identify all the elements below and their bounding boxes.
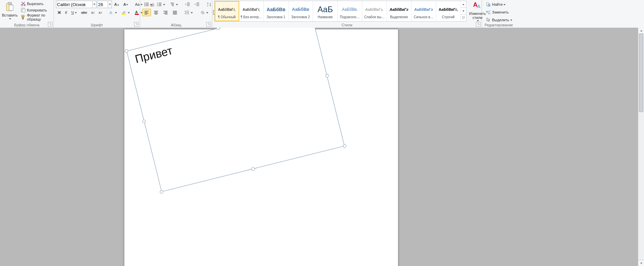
scroll-down-button[interactable] bbox=[638, 260, 644, 266]
cut-button[interactable]: Вырезать bbox=[19, 1, 52, 7]
chevron-down-icon bbox=[477, 20, 479, 22]
group-editing: Найти abac Заменить Выделить Редактирова… bbox=[482, 0, 516, 28]
line-spacing-button[interactable] bbox=[183, 9, 195, 16]
text-effects-button[interactable]: A bbox=[107, 9, 119, 16]
select-icon bbox=[486, 17, 491, 23]
chevron-down-icon[interactable] bbox=[92, 1, 96, 7]
gallery-expand[interactable] bbox=[461, 15, 466, 21]
styles-launcher[interactable]: ↘ bbox=[476, 22, 481, 27]
style-item-p-h2[interactable]: АаБбВвЗаголовок 2 bbox=[288, 1, 313, 21]
style-item-p-normal[interactable]: АаБбВвГг,¶ Обычный bbox=[215, 1, 239, 21]
chevron-down-icon bbox=[163, 3, 165, 6]
decrease-indent-button[interactable] bbox=[183, 1, 192, 8]
replace-button[interactable]: abac Заменить bbox=[484, 8, 514, 16]
clipboard-launcher[interactable]: ↘ bbox=[48, 22, 53, 27]
align-right-icon bbox=[163, 10, 168, 15]
font-name-combo[interactable] bbox=[56, 1, 96, 8]
scroll-up-button[interactable] bbox=[638, 28, 644, 34]
subscript-button[interactable]: x2 bbox=[90, 9, 96, 16]
align-justify-button[interactable] bbox=[171, 9, 179, 16]
font-launcher[interactable]: ↘ bbox=[134, 22, 139, 27]
copy-label: Копировать bbox=[27, 8, 47, 12]
style-item-p-strong[interactable]: АаБбВвГгСильное в… bbox=[411, 1, 436, 21]
group-label-font: Шрифт bbox=[54, 23, 140, 27]
workspace[interactable]: Привет bbox=[0, 28, 638, 266]
underline-button[interactable]: Ч bbox=[69, 9, 79, 16]
paragraph-launcher[interactable]: ↘ bbox=[206, 22, 211, 27]
replace-label: Заменить bbox=[492, 10, 509, 14]
align-center-button[interactable] bbox=[152, 9, 160, 16]
format-painter-button[interactable]: Формат по образцу bbox=[19, 14, 52, 21]
vertical-scrollbar[interactable] bbox=[638, 28, 644, 266]
gallery-scroll-up[interactable] bbox=[461, 1, 466, 8]
numbered-list-button[interactable]: 123 bbox=[155, 1, 167, 8]
style-preview: АаБбВв. bbox=[342, 4, 358, 15]
svg-rect-13 bbox=[135, 14, 139, 15]
svg-rect-11 bbox=[122, 14, 126, 15]
highlight-icon bbox=[121, 10, 127, 15]
paste-button[interactable]: Вставить bbox=[2, 1, 18, 21]
chevron-down-icon bbox=[503, 3, 506, 6]
align-left-button[interactable] bbox=[142, 9, 151, 16]
style-item-p-emph[interactable]: АаБбВвГгВыделение bbox=[387, 1, 411, 21]
bold-button[interactable]: Ж bbox=[56, 9, 63, 16]
line-spacing-icon bbox=[184, 10, 190, 15]
group-font: A▲ A▼ Aa Ж К Ч abc x2 x2 bbox=[54, 0, 140, 28]
style-name: Подзаголо… bbox=[338, 15, 362, 19]
style-item-p-sub[interactable]: АаБбВв.Подзаголо… bbox=[338, 1, 362, 21]
svg-rect-6 bbox=[22, 9, 25, 12]
shading-button[interactable] bbox=[198, 9, 210, 16]
group-paragraph: 123 AZ ¶ bbox=[140, 0, 212, 28]
bullet-list-button[interactable] bbox=[142, 1, 154, 8]
strike-button[interactable]: abc bbox=[80, 9, 89, 16]
font-color-icon: A bbox=[134, 10, 140, 15]
textbox-frame[interactable]: Привет bbox=[126, 28, 344, 192]
svg-text:3: 3 bbox=[157, 5, 158, 7]
superscript-button[interactable]: x2 bbox=[97, 9, 103, 16]
svg-point-22 bbox=[204, 13, 205, 14]
align-right-button[interactable] bbox=[161, 9, 170, 16]
select-label: Выделить bbox=[492, 18, 509, 22]
increase-indent-button[interactable] bbox=[193, 1, 202, 8]
multilevel-list-button[interactable] bbox=[168, 1, 180, 8]
numbers-icon: 123 bbox=[157, 2, 162, 7]
select-button[interactable]: Выделить bbox=[484, 16, 514, 24]
style-name: Слабое вы… bbox=[362, 15, 387, 19]
chevron-down-icon[interactable] bbox=[108, 1, 112, 7]
indent-icon bbox=[194, 2, 200, 7]
bullets-icon bbox=[144, 2, 149, 7]
style-preview: АаБбВвГг, bbox=[365, 4, 384, 15]
style-preview: АаБбВвГг bbox=[390, 4, 408, 15]
font-size-input[interactable] bbox=[97, 1, 107, 8]
style-item-p-normal[interactable]: АаБбВвГг,¶ Без интер… bbox=[239, 1, 264, 21]
copy-button[interactable]: Копировать bbox=[19, 7, 52, 13]
page[interactable]: Привет bbox=[124, 29, 398, 266]
find-button[interactable]: Найти bbox=[484, 1, 514, 8]
highlight-button[interactable] bbox=[120, 9, 132, 16]
style-name: Заголовок 1 bbox=[264, 15, 288, 19]
style-item-p-weak[interactable]: АаБбВвГг,Слабое вы… bbox=[362, 1, 387, 21]
gallery-scroll-down[interactable] bbox=[461, 8, 466, 15]
style-gallery-more[interactable] bbox=[461, 1, 466, 21]
shrink-font-button[interactable]: A▼ bbox=[122, 1, 130, 8]
font-name-input[interactable] bbox=[56, 1, 91, 8]
style-gallery[interactable]: АаБбВвГг,¶ ОбычныйАаБбВвГг,¶ Без интер…А… bbox=[214, 1, 466, 22]
textbox-shape[interactable]: Привет bbox=[126, 28, 344, 192]
style-item-p-h1[interactable]: АаБбВвЗаголовок 1 bbox=[264, 1, 288, 21]
scroll-thumb[interactable] bbox=[639, 34, 643, 112]
style-name: Название bbox=[313, 15, 337, 19]
grow-font-button[interactable]: A▲ bbox=[113, 1, 121, 8]
resize-handle-se[interactable] bbox=[343, 144, 347, 148]
svg-rect-8 bbox=[22, 17, 24, 19]
style-item-p-title[interactable]: АаБНазвание bbox=[313, 1, 338, 21]
italic-button[interactable]: К bbox=[63, 9, 69, 16]
brush-icon bbox=[21, 15, 26, 20]
font-size-combo[interactable] bbox=[97, 1, 112, 8]
chevron-down-icon bbox=[75, 11, 77, 14]
style-preview: АаБбВвГг, bbox=[218, 4, 236, 15]
style-item-p-bold[interactable]: АаБбВвГг,Строгий bbox=[436, 1, 461, 21]
scissors-icon bbox=[21, 1, 26, 6]
replace-icon: abac bbox=[486, 9, 491, 15]
textbox-text[interactable]: Привет bbox=[133, 44, 174, 66]
group-label-clipboard: Буфер обмена bbox=[0, 23, 54, 27]
